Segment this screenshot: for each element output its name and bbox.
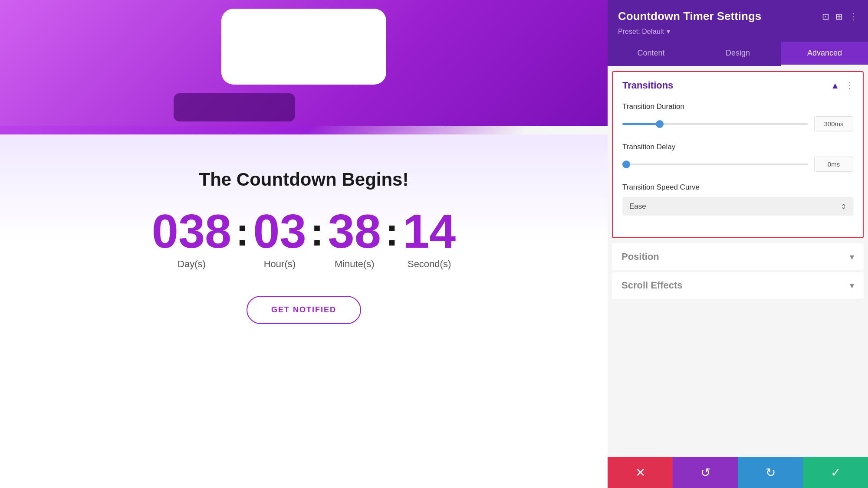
- canvas-content: The Countdown Begins! 038 Day(s) : 03 Ho…: [0, 134, 608, 488]
- days-number: 038: [152, 207, 232, 255]
- position-section-header[interactable]: Position ▾: [612, 243, 864, 270]
- canvas: The Countdown Begins! 038 Day(s) : 03 Ho…: [0, 0, 608, 488]
- preset-label: Preset: Default: [618, 28, 664, 36]
- panel-header-icons: ⊡ ⊞ ⋮: [822, 11, 858, 22]
- transition-speed-curve-select-wrapper: Ease Linear Ease In Ease Out Ease In Out…: [622, 197, 853, 216]
- more-options-icon[interactable]: ⋮: [849, 11, 858, 22]
- minutes-number: 38: [328, 207, 381, 255]
- transitions-section-content: Transition Duration Transition Delay: [613, 99, 863, 237]
- transition-speed-curve-select[interactable]: Ease Linear Ease In Ease Out Ease In Out…: [622, 197, 853, 216]
- scroll-effects-section-title: Scroll Effects: [621, 280, 683, 291]
- transition-delay-slider-track[interactable]: [622, 164, 808, 165]
- countdown-title: The Countdown Begins!: [199, 169, 409, 190]
- undo-button[interactable]: ↺: [673, 457, 738, 488]
- undo-icon: ↺: [700, 465, 710, 480]
- separator-3: :: [385, 213, 398, 252]
- transition-delay-input[interactable]: [814, 157, 853, 172]
- cancel-icon: ✕: [635, 465, 645, 480]
- panel-title: Countdown Timer Settings: [618, 10, 761, 23]
- panel-bottom-bar: ✕ ↺ ↻ ✓: [608, 457, 868, 488]
- scroll-effects-section: Scroll Effects ▾: [612, 272, 864, 299]
- canvas-white-card: [221, 9, 386, 85]
- transition-duration-input[interactable]: [814, 116, 853, 131]
- settings-panel: Countdown Timer Settings ⊡ ⊞ ⋮ Preset: D…: [608, 0, 868, 488]
- responsive-icon[interactable]: ⊡: [822, 11, 829, 22]
- transition-speed-curve-label: Transition Speed Curve: [622, 183, 853, 192]
- tab-advanced[interactable]: Advanced: [781, 42, 868, 66]
- panel-preset[interactable]: Preset: Default ▾: [618, 27, 858, 36]
- seconds-label: Second(s): [408, 259, 451, 270]
- minutes-label: Minute(s): [335, 259, 375, 270]
- panel-header-top: Countdown Timer Settings ⊡ ⊞ ⋮: [618, 10, 858, 23]
- redo-button[interactable]: ↻: [738, 457, 803, 488]
- position-section: Position ▾: [612, 243, 864, 270]
- transition-delay-label: Transition Delay: [622, 143, 853, 151]
- transitions-section-icons: ▲ ⋮: [831, 81, 853, 91]
- position-section-title: Position: [621, 251, 659, 262]
- hours-unit: 03 Hour(s): [253, 207, 306, 270]
- transition-duration-slider-thumb[interactable]: [656, 120, 664, 128]
- transitions-section-title: Transitions: [622, 80, 673, 91]
- panel-tabs: Content Design Advanced: [608, 42, 868, 66]
- layout-icon[interactable]: ⊞: [835, 11, 843, 22]
- transition-duration-row: Transition Duration: [622, 102, 853, 131]
- days-unit: 038 Day(s): [152, 207, 232, 270]
- transitions-more-icon[interactable]: ⋮: [845, 81, 853, 90]
- canvas-purple-bar: [174, 93, 295, 121]
- transition-duration-slider-track[interactable]: [622, 123, 808, 125]
- transition-delay-row: Transition Delay: [622, 143, 853, 172]
- hours-number: 03: [253, 207, 306, 255]
- transition-duration-slider-row: [622, 116, 853, 131]
- minutes-unit: 38 Minute(s): [328, 207, 381, 270]
- seconds-unit: 14 Second(s): [403, 207, 456, 270]
- days-label: Day(s): [178, 259, 206, 270]
- hours-label: Hour(s): [264, 259, 296, 270]
- transitions-section-header[interactable]: Transitions ▲ ⋮: [613, 72, 863, 99]
- preset-arrow-icon: ▾: [667, 27, 670, 36]
- transitions-section: Transitions ▲ ⋮ Transition Duration: [612, 71, 864, 238]
- save-icon: ✓: [831, 465, 841, 480]
- tab-content[interactable]: Content: [608, 42, 694, 66]
- transition-delay-slider-thumb[interactable]: [622, 160, 630, 168]
- tab-design[interactable]: Design: [694, 42, 781, 66]
- transitions-collapse-icon[interactable]: ▲: [831, 81, 839, 91]
- save-button[interactable]: ✓: [803, 457, 868, 488]
- get-notified-button[interactable]: GET NOTIFIED: [247, 296, 361, 324]
- panel-body[interactable]: Transitions ▲ ⋮ Transition Duration: [608, 66, 868, 457]
- countdown-timer: 038 Day(s) : 03 Hour(s) : 38 Minute(s) :…: [152, 207, 456, 270]
- seconds-number: 14: [403, 207, 456, 255]
- transition-duration-label: Transition Duration: [622, 102, 853, 111]
- scroll-effects-section-header[interactable]: Scroll Effects ▾: [612, 272, 864, 299]
- separator-2: :: [311, 213, 324, 252]
- transition-delay-slider-row: [622, 157, 853, 172]
- cancel-button[interactable]: ✕: [608, 457, 673, 488]
- transition-duration-slider-fill: [622, 123, 660, 125]
- redo-icon: ↻: [766, 465, 776, 480]
- transition-speed-curve-row: Transition Speed Curve Ease Linear Ease …: [622, 183, 853, 216]
- separator-1: :: [236, 213, 249, 252]
- scroll-effects-expand-icon[interactable]: ▾: [850, 280, 854, 291]
- position-expand-icon[interactable]: ▾: [850, 252, 854, 262]
- panel-header: Countdown Timer Settings ⊡ ⊞ ⋮ Preset: D…: [608, 0, 868, 42]
